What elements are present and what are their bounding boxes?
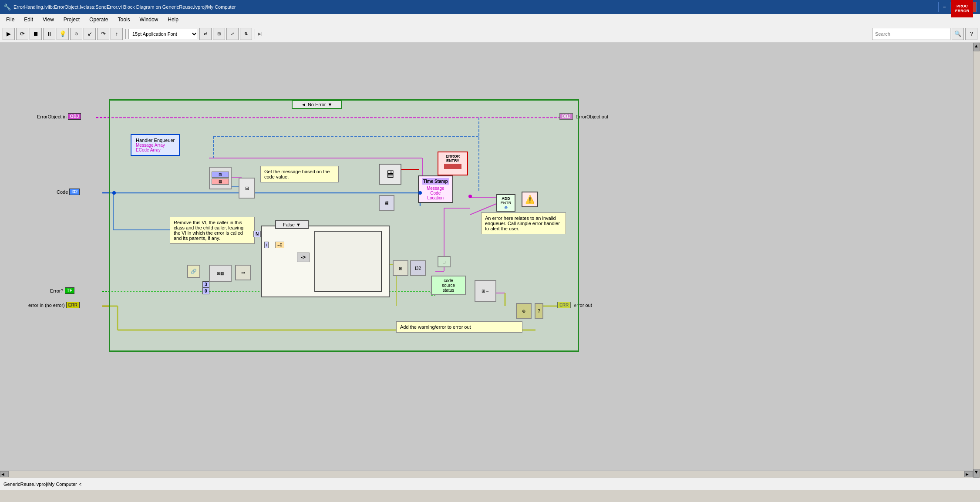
- link-icon[interactable]: 🔗: [187, 265, 200, 278]
- project-label: GenericReuse.lvproj/My Computer: [3, 482, 77, 487]
- case-arrow-left[interactable]: ◄: [301, 102, 306, 107]
- array-func-right-1[interactable]: ⊞: [393, 260, 408, 276]
- case-selector-label: No Error: [308, 102, 326, 107]
- ecode-array-label: ECode Array: [136, 148, 175, 152]
- case-selector[interactable]: ◄ No Error ▼: [292, 100, 342, 109]
- step-into-button[interactable]: ↙: [84, 28, 96, 40]
- resize-button[interactable]: ⤢: [226, 28, 239, 40]
- i-label: i: [264, 242, 269, 248]
- error-q-label: Error? TF: [50, 287, 74, 294]
- timestamp-code: Code: [422, 191, 449, 195]
- menu-tools[interactable]: Tools: [114, 16, 135, 24]
- retain-button[interactable]: ⊙: [70, 28, 82, 40]
- timestamp-location: Location: [422, 195, 449, 200]
- help-button[interactable]: ?: [965, 28, 977, 40]
- num-const-0[interactable]: 0: [202, 288, 209, 294]
- bool-selector[interactable]: False ▼: [275, 220, 309, 229]
- titlebar: 🔧 ErrorHandling.lvlib:ErrorObject.lvclas…: [0, 0, 980, 14]
- shift-func[interactable]: ⇒: [235, 265, 251, 280]
- menu-view[interactable]: View: [38, 16, 58, 24]
- handler-enqueuer-title: Handler Enqueuer: [136, 138, 175, 143]
- code-label: Code I32: [57, 189, 80, 195]
- run-button[interactable]: ▶: [3, 28, 15, 40]
- css-block[interactable]: code source status: [431, 276, 466, 295]
- scroll-left-btn[interactable]: ◄: [0, 471, 9, 477]
- get-message-comment: Get the message based on the code value.: [260, 166, 339, 182]
- errorobject-in-terminal[interactable]: OBJ: [68, 113, 81, 120]
- app-icon: 🔧: [3, 3, 11, 10]
- scroll-up-btn[interactable]: ▲: [973, 43, 980, 51]
- pink-junction-dot: [468, 195, 472, 198]
- reorder-button[interactable]: ⇅: [240, 28, 252, 40]
- search-input[interactable]: [872, 28, 950, 40]
- scroll-down-btn[interactable]: ▼: [973, 469, 980, 478]
- add-warning-comment: Add the warning/error to error out: [396, 321, 522, 333]
- scroll-right-btn[interactable]: ►: [964, 471, 973, 477]
- error-q-terminal[interactable]: TF: [65, 287, 74, 294]
- arrow-func[interactable]: ->: [297, 253, 310, 262]
- bundle-right[interactable]: ⊞→: [475, 280, 496, 302]
- handler-enqueuer-block[interactable]: Handler Enqueuer Message Array ECode Arr…: [131, 134, 180, 156]
- font-dropdown[interactable]: 15pt Application Font: [128, 29, 198, 39]
- merge-errors-block[interactable]: ⊕: [516, 303, 532, 319]
- error-in-terminal[interactable]: ERR: [66, 302, 80, 308]
- window-title: ErrorHandling.lvlib:ErrorObject.lvclass:…: [13, 4, 236, 10]
- menu-edit[interactable]: Edit: [20, 16, 37, 24]
- error-in-label: error in (no error) ERR: [28, 302, 80, 308]
- scrollbar-bottom[interactable]: ◄ ►: [0, 471, 973, 478]
- blue-junction-dot: [418, 191, 422, 195]
- pause-button[interactable]: ⏸: [43, 28, 55, 40]
- canvas-area: ErrorObject in OBJ Code I32 Error? TF er…: [0, 43, 980, 490]
- scrollbar-right[interactable]: ▲ ▼: [973, 43, 980, 478]
- inner-case-struct: N False ▼ i =0 ->: [261, 226, 390, 297]
- merge-errors-out[interactable]: ?: [535, 303, 543, 319]
- proc-error-badge: PROC ERROR: [951, 0, 973, 17]
- case-arrow-right[interactable]: ▼: [327, 102, 332, 107]
- menu-window[interactable]: Window: [135, 16, 163, 24]
- small-icon-below-css[interactable]: □: [438, 256, 451, 267]
- search-arrow: ▶|: [258, 31, 263, 36]
- source-field: source: [435, 283, 461, 288]
- toolbar: ▶ ⟳ ⏹ ⏸ 💡 ⊙ ↙ ↷ ↑ 15pt Application Font …: [0, 25, 980, 43]
- titlebar-left: 🔧 ErrorHandling.lvlib:ErrorObject.lvclas…: [3, 3, 236, 10]
- array-func-right-2[interactable]: I32: [410, 260, 426, 276]
- timestamp-title: Time Stamp: [422, 178, 449, 185]
- error-icon-block[interactable]: ⚠️: [522, 192, 538, 207]
- timestamp-block[interactable]: Time Stamp Message Code Location: [418, 175, 453, 203]
- error-entry-block[interactable]: ERROR ENTRY: [438, 152, 468, 175]
- bundle-subvi[interactable]: ⊞: [239, 178, 255, 199]
- array-subvi-1[interactable]: ⊞ ▦: [209, 167, 232, 189]
- highlight-button[interactable]: 💡: [57, 28, 69, 40]
- code-junction-dot: [112, 191, 116, 195]
- step-over-button[interactable]: ↷: [97, 28, 109, 40]
- n-label: N: [253, 231, 261, 237]
- minimize-button[interactable]: −: [938, 2, 950, 12]
- abort-button[interactable]: ⏹: [30, 28, 42, 40]
- num-const-3[interactable]: 3: [202, 281, 209, 288]
- wire-computer-right: [401, 169, 419, 170]
- inner-inner-case: [314, 231, 382, 292]
- step-out-button[interactable]: ↑: [111, 28, 123, 40]
- eq-zero: =0: [275, 242, 284, 248]
- computer-icon: 🖥: [379, 164, 401, 185]
- timestamp-message: Message: [422, 186, 449, 191]
- invalid-enqueuer-comment: An error here relates to an invalid enqu…: [481, 212, 566, 234]
- menu-file[interactable]: File: [2, 16, 19, 24]
- menu-operate[interactable]: Operate: [85, 16, 112, 24]
- remove-vi-comment: Remove this VI, the caller in this class…: [170, 217, 255, 244]
- code-field: code: [435, 278, 461, 283]
- add-entry-block[interactable]: ADD ENTR ⊕: [496, 194, 515, 212]
- sep2: [255, 29, 255, 39]
- align-button[interactable]: ⇌: [199, 28, 212, 40]
- menu-help[interactable]: Help: [163, 16, 183, 24]
- statusbar-arrow: <: [79, 482, 81, 487]
- run-broken-button[interactable]: ⟳: [16, 28, 28, 40]
- array-func-2[interactable]: ⊞▦: [209, 265, 232, 282]
- subvi-small[interactable]: 🖥: [379, 195, 394, 211]
- menu-project[interactable]: Project: [59, 16, 84, 24]
- search-button[interactable]: 🔍: [952, 28, 964, 40]
- distribute-button[interactable]: ⊞: [213, 28, 225, 40]
- menubar: File Edit View Project Operate Tools Win…: [0, 14, 980, 25]
- statusbar: GenericReuse.lvproj/My Computer <: [0, 478, 980, 490]
- code-terminal[interactable]: I32: [69, 189, 80, 195]
